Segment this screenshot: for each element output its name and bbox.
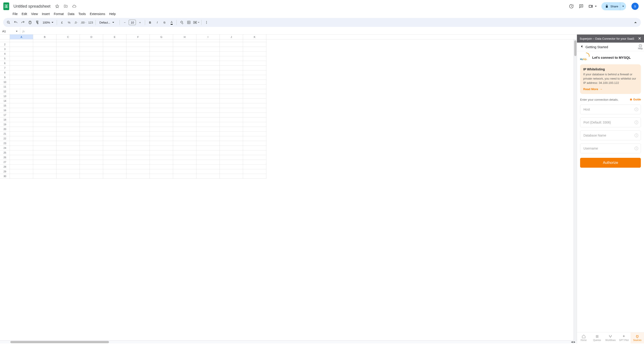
- cell-E18[interactable]: [103, 118, 126, 122]
- cell-G9[interactable]: [150, 75, 173, 80]
- cell-H12[interactable]: [173, 89, 196, 94]
- collapse-toolbar-button[interactable]: [632, 19, 638, 26]
- cell-G6[interactable]: [150, 61, 173, 66]
- cell-G13[interactable]: [150, 94, 173, 99]
- cell-H15[interactable]: [173, 103, 196, 108]
- vertical-scrollbar[interactable]: [574, 40, 577, 344]
- cell-A25[interactable]: [10, 150, 33, 155]
- cell-A4[interactable]: [10, 52, 33, 56]
- cell-H28[interactable]: [173, 164, 196, 169]
- row-header-6[interactable]: 6: [0, 61, 10, 66]
- col-header-I[interactable]: I: [196, 34, 220, 39]
- borders-button[interactable]: [186, 19, 192, 26]
- cell-H14[interactable]: [173, 99, 196, 103]
- cell-I7[interactable]: [196, 66, 220, 70]
- cell-J26[interactable]: [220, 155, 243, 160]
- row-header-21[interactable]: 21: [0, 132, 10, 136]
- cell-H2[interactable]: [173, 42, 196, 47]
- cell-C29[interactable]: [56, 169, 80, 174]
- menu-help[interactable]: Help: [108, 11, 118, 16]
- cell-G3[interactable]: [150, 47, 173, 52]
- row-header-17[interactable]: 17: [0, 113, 10, 118]
- cell-D16[interactable]: [80, 108, 103, 113]
- cell-A26[interactable]: [10, 155, 33, 160]
- port-input[interactable]: [580, 118, 641, 127]
- cell-D17[interactable]: [80, 113, 103, 118]
- cell-J24[interactable]: [220, 146, 243, 150]
- cell-D13[interactable]: [80, 94, 103, 99]
- cell-E12[interactable]: [103, 89, 126, 94]
- row-header-15[interactable]: 15: [0, 103, 10, 108]
- cell-K15[interactable]: [243, 103, 266, 108]
- move-icon[interactable]: [63, 4, 68, 9]
- row-header-4[interactable]: 4: [0, 52, 10, 56]
- col-header-B[interactable]: B: [33, 34, 56, 39]
- cell-G12[interactable]: [150, 89, 173, 94]
- cell-D14[interactable]: [80, 99, 103, 103]
- info-icon[interactable]: i: [634, 146, 638, 150]
- cell-K19[interactable]: [243, 122, 266, 127]
- formula-input[interactable]: [27, 28, 644, 34]
- cell-D9[interactable]: [80, 75, 103, 80]
- row-header-18[interactable]: 18: [0, 118, 10, 122]
- cell-J21[interactable]: [220, 132, 243, 136]
- zoom-select[interactable]: 100%: [41, 21, 55, 24]
- cell-J7[interactable]: [220, 66, 243, 70]
- row-header-13[interactable]: 13: [0, 94, 10, 99]
- row-header-20[interactable]: 20: [0, 127, 10, 132]
- cell-H3[interactable]: [173, 47, 196, 52]
- cell-J12[interactable]: [220, 89, 243, 94]
- cell-G19[interactable]: [150, 122, 173, 127]
- cell-G2[interactable]: [150, 42, 173, 47]
- print-icon[interactable]: [27, 19, 33, 26]
- cell-F11[interactable]: [126, 84, 150, 89]
- cell-I27[interactable]: [196, 160, 220, 164]
- cell-H9[interactable]: [173, 75, 196, 80]
- cell-K25[interactable]: [243, 150, 266, 155]
- doc-title[interactable]: Untitled spreadsheet: [12, 4, 52, 9]
- cell-A22[interactable]: [10, 136, 33, 141]
- help-button[interactable]: ? Help: [638, 44, 643, 50]
- cell-I3[interactable]: [196, 47, 220, 52]
- cell-E27[interactable]: [103, 160, 126, 164]
- cell-B11[interactable]: [33, 84, 56, 89]
- cell-E24[interactable]: [103, 146, 126, 150]
- fill-color-button[interactable]: [178, 19, 185, 26]
- cell-G28[interactable]: [150, 164, 173, 169]
- cell-B4[interactable]: [33, 52, 56, 56]
- cell-C7[interactable]: [56, 66, 80, 70]
- cell-I6[interactable]: [196, 61, 220, 66]
- cell-I4[interactable]: [196, 52, 220, 56]
- row-header-29[interactable]: 29: [0, 169, 10, 174]
- cell-C8[interactable]: [56, 70, 80, 75]
- cell-G10[interactable]: [150, 80, 173, 84]
- cell-F4[interactable]: [126, 52, 150, 56]
- cell-H4[interactable]: [173, 52, 196, 56]
- cell-D5[interactable]: [80, 56, 103, 61]
- info-icon[interactable]: i: [634, 120, 638, 124]
- cell-F24[interactable]: [126, 146, 150, 150]
- nav-sources[interactable]: Sources: [630, 332, 644, 344]
- font-select[interactable]: Defaul...: [98, 21, 118, 24]
- cell-K21[interactable]: [243, 132, 266, 136]
- cell-K8[interactable]: [243, 70, 266, 75]
- menu-tools[interactable]: Tools: [77, 11, 88, 16]
- cell-I5[interactable]: [196, 56, 220, 61]
- cell-F10[interactable]: [126, 80, 150, 84]
- cell-J20[interactable]: [220, 127, 243, 132]
- cell-C30[interactable]: [56, 174, 80, 179]
- cell-J22[interactable]: [220, 136, 243, 141]
- cell-E5[interactable]: [103, 56, 126, 61]
- cell-I23[interactable]: [196, 141, 220, 146]
- cell-G16[interactable]: [150, 108, 173, 113]
- select-all-corner[interactable]: [0, 34, 10, 39]
- cell-C26[interactable]: [56, 155, 80, 160]
- cell-B3[interactable]: [33, 47, 56, 52]
- share-caret[interactable]: [620, 2, 624, 10]
- cell-D20[interactable]: [80, 127, 103, 132]
- cell-D21[interactable]: [80, 132, 103, 136]
- cell-C3[interactable]: [56, 47, 80, 52]
- cell-H10[interactable]: [173, 80, 196, 84]
- cell-G8[interactable]: [150, 70, 173, 75]
- cell-B14[interactable]: [33, 99, 56, 103]
